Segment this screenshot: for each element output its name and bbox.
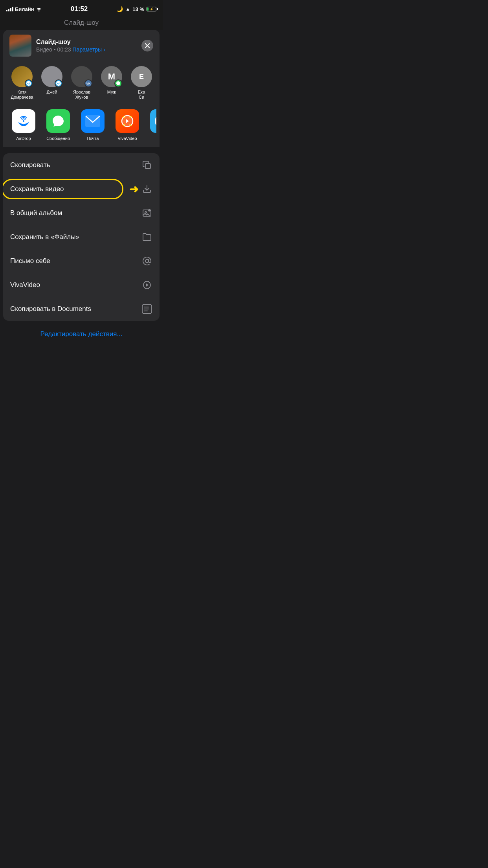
action-vivavideo[interactable]: VivaVideo	[3, 273, 160, 297]
apps-section: AirDrop Сообщения Почта	[3, 105, 160, 147]
contact-name: ЯрославЖуков	[73, 90, 90, 100]
svg-point-20	[144, 307, 145, 307]
app-item-airdrop[interactable]: AirDrop	[9, 109, 38, 141]
action-label: Скопировать	[10, 161, 50, 169]
documents-icon	[141, 303, 152, 314]
contacts-row: КатяДомрачева Джей VK ЯрославЖуков	[6, 66, 156, 100]
action-label: Письмо себе	[10, 257, 50, 265]
battery-icon: ⚡	[147, 7, 156, 11]
share-duration: 00:23	[57, 46, 71, 53]
avatar: VK	[71, 66, 92, 87]
svg-rect-2	[86, 116, 100, 127]
svg-rect-5	[145, 164, 150, 169]
vk-badge: VK	[84, 79, 92, 87]
signal-icon	[6, 7, 13, 11]
documents-svg	[141, 303, 152, 314]
action-list: Скопировать Сохранить видео ➜ В общий ал…	[3, 153, 160, 321]
section-divider	[3, 147, 160, 150]
action-copy-documents[interactable]: Скопировать в Documents	[3, 297, 160, 321]
airdrop-icon	[12, 109, 35, 133]
messages-svg	[51, 114, 65, 128]
share-header: Слайд-шоу Видео • 00:23 Параметры ›	[3, 30, 160, 61]
messages-icon	[46, 109, 70, 133]
share-title: Слайд-шоу	[36, 39, 137, 46]
copy-icon	[141, 160, 152, 171]
app-item-messages[interactable]: Сообщения	[44, 109, 72, 141]
share-settings-link[interactable]: Параметры ›	[73, 46, 105, 53]
telegram-badge	[25, 79, 33, 87]
battery-container: ⚡	[147, 7, 156, 11]
action-label: Сохранить в «Файлы»	[10, 233, 79, 241]
share-thumbnail	[9, 35, 31, 57]
messages-badge	[114, 79, 122, 87]
svg-point-12	[145, 259, 149, 263]
telegram-svg	[155, 114, 156, 128]
avatar	[41, 66, 62, 87]
action-label: В общий альбом	[10, 209, 62, 217]
status-right: 🌙 ▲ 13 % ⚡	[116, 6, 156, 12]
contact-item[interactable]: VK ЯрославЖуков	[69, 66, 94, 100]
action-mail-self[interactable]: Письмо себе	[3, 249, 160, 273]
airdrop-svg	[16, 113, 31, 129]
edit-actions-link[interactable]: Редактировать действия...	[40, 330, 122, 338]
svg-point-1	[23, 120, 24, 122]
carrier-label: Билайн	[15, 6, 34, 12]
download-icon	[141, 184, 152, 195]
close-button[interactable]	[141, 40, 153, 51]
mail-at-icon	[141, 256, 152, 267]
svg-point-22	[144, 311, 145, 311]
action-save-files[interactable]: Сохранить в «Файлы»	[3, 225, 160, 249]
contact-item[interactable]: Джей	[39, 66, 64, 100]
telegram-icon	[150, 109, 156, 133]
status-bar: Билайн 01:52 🌙 ▲ 13 % ⚡	[0, 0, 163, 17]
contact-name: Джей	[46, 90, 57, 95]
share-info: Слайд-шоу Видео • 00:23 Параметры ›	[36, 39, 137, 53]
svg-point-8	[145, 211, 147, 213]
shared-album-icon	[141, 208, 152, 219]
battery-fill	[147, 7, 149, 11]
app-label: Почта	[87, 136, 99, 141]
vivavideo-icon	[116, 109, 139, 133]
avatar: М	[101, 66, 122, 87]
vivavideo-svg	[120, 114, 134, 128]
close-icon	[145, 43, 150, 48]
status-left: Билайн	[6, 6, 42, 12]
do-not-disturb-icon: 🌙	[116, 6, 123, 12]
app-item-vivavideo[interactable]: VivaVideo	[113, 109, 141, 141]
share-type: Видео	[36, 46, 52, 53]
svg-marker-14	[146, 283, 149, 287]
contact-name: Муж	[107, 90, 116, 95]
wifi-icon	[36, 7, 42, 11]
yellow-arrow-annotation: ➜	[129, 183, 138, 196]
folder-icon	[141, 232, 152, 243]
app-label: VivaVideo	[117, 136, 137, 141]
contact-name: ЕкаСи	[138, 90, 145, 100]
title-bar: Слайд-шоу	[0, 17, 163, 30]
action-label: Сохранить видео	[10, 185, 64, 193]
action-label: VivaVideo	[10, 281, 40, 289]
status-time: 01:52	[71, 5, 88, 13]
contact-item[interactable]: М Муж	[99, 66, 124, 100]
apps-row: AirDrop Сообщения Почта	[6, 109, 156, 141]
avatar	[11, 66, 33, 87]
telegram-badge	[55, 79, 62, 87]
action-save-video[interactable]: Сохранить видео ➜	[3, 177, 160, 201]
location-icon: ▲	[125, 6, 130, 12]
mail-svg	[85, 115, 100, 127]
action-shared-album[interactable]: В общий альбом	[3, 201, 160, 225]
svg-point-21	[144, 309, 145, 309]
thumbnail-image	[9, 35, 31, 57]
edit-actions: Редактировать действия...	[3, 324, 160, 344]
app-label: AirDrop	[16, 136, 31, 141]
charging-icon: ⚡	[150, 7, 154, 11]
action-copy[interactable]: Скопировать	[3, 153, 160, 177]
contact-item[interactable]: КатяДомрачева	[9, 66, 35, 100]
contacts-section: КатяДомрачева Джей VK ЯрославЖуков	[3, 61, 160, 105]
app-item-telegram[interactable]: Te...	[148, 109, 156, 141]
battery-percent: 13 %	[132, 6, 144, 12]
action-label: Скопировать в Documents	[10, 305, 91, 313]
app-item-mail[interactable]: Почта	[79, 109, 107, 141]
app-label: Сообщения	[46, 136, 70, 141]
contact-item[interactable]: Е ЕкаСи	[129, 66, 154, 100]
mail-icon	[81, 109, 105, 133]
